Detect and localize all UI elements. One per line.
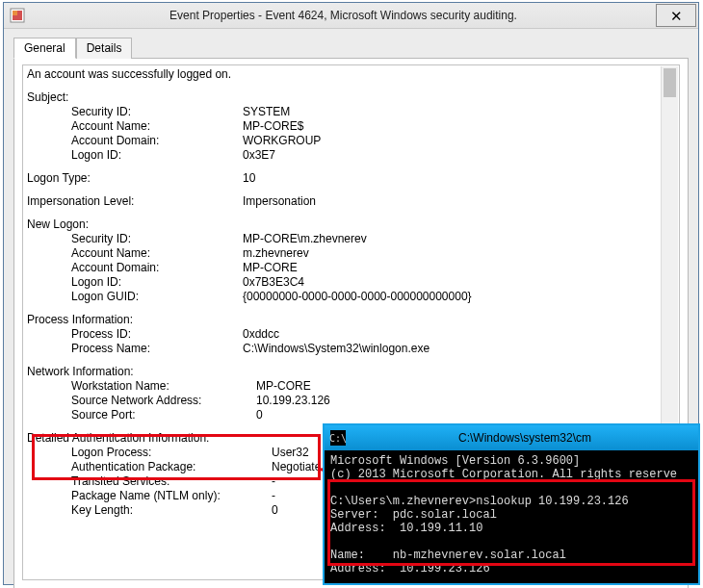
- window-title: Event Properties - Event 4624, Microsoft…: [31, 9, 656, 22]
- source-port-label: Source Port:: [27, 408, 256, 422]
- tabstrip: General Details: [13, 38, 689, 59]
- key-length-label: Key Length:: [27, 503, 272, 518]
- subject-header: Subject:: [27, 90, 660, 105]
- ntlm-package-label: Package Name (NTLM only):: [27, 489, 272, 503]
- source-port-value: 0: [256, 408, 660, 422]
- newlogon-logon-id: 0x7B3E3C4: [243, 275, 660, 290]
- close-button[interactable]: ✕: [656, 4, 696, 27]
- newlogon-logon-guid: {00000000-0000-0000-0000-000000000000}: [243, 290, 660, 304]
- newlogon-account-name-label: Account Name:: [27, 246, 243, 261]
- app-icon: [10, 8, 25, 23]
- source-address-label: Source Network Address:: [27, 394, 256, 408]
- workstation-name-label: Workstation Name:: [27, 379, 256, 394]
- close-icon: ✕: [670, 9, 683, 23]
- impersonation-level-value: Impersonation: [243, 194, 660, 209]
- subject-logon-id: 0x3E7: [243, 148, 660, 163]
- newlogon-account-name: m.zhevnerev: [243, 246, 660, 261]
- process-id-label: Process ID:: [27, 327, 243, 342]
- process-name-value: C:\Windows\System32\winlogon.exe: [243, 342, 660, 356]
- logon-message: An account was successfully logged on.: [27, 67, 660, 82]
- newlogon-header: New Logon:: [27, 217, 660, 232]
- subject-security-id-label: Security ID:: [27, 105, 243, 119]
- subject-account-name: MP-CORE$: [243, 119, 660, 134]
- annotation-box-cmd: [327, 479, 695, 566]
- subject-security-id: SYSTEM: [243, 105, 660, 119]
- logon-type-label: Logon Type:: [27, 171, 243, 186]
- process-name-label: Process Name:: [27, 342, 243, 356]
- newlogon-account-domain: MP-CORE: [243, 261, 660, 275]
- scrollbar-thumb[interactable]: [664, 68, 676, 97]
- newlogon-logon-id-label: Logon ID:: [27, 275, 243, 290]
- annotation-box-network: [32, 434, 321, 480]
- subject-account-domain-label: Account Domain:: [27, 134, 243, 148]
- newlogon-account-domain-label: Account Domain:: [27, 261, 243, 275]
- cmd-title-text: C:\Windows\system32\cm: [352, 431, 698, 445]
- process-id-value: 0xddcc: [243, 327, 660, 342]
- subject-account-name-label: Account Name:: [27, 119, 243, 134]
- cmd-version: Microsoft Windows [Version 6.3.9600]: [330, 454, 580, 468]
- titlebar[interactable]: Event Properties - Event 4624, Microsoft…: [4, 3, 698, 29]
- cmd-window: C:\ C:\Windows\system32\cm Microsoft Win…: [323, 423, 700, 585]
- subject-account-domain: WORKGROUP: [243, 134, 660, 148]
- workstation-name-value: MP-CORE: [256, 379, 660, 394]
- newlogon-security-id-label: Security ID:: [27, 232, 243, 246]
- impersonation-level-label: Impersonation Level:: [27, 194, 243, 209]
- source-address-value: 10.199.23.126: [256, 394, 660, 408]
- logon-type-value: 10: [243, 171, 660, 186]
- subject-logon-id-label: Logon ID:: [27, 148, 243, 163]
- tab-general[interactable]: General: [13, 38, 76, 59]
- newlogon-logon-guid-label: Logon GUID:: [27, 290, 243, 304]
- tab-details[interactable]: Details: [76, 38, 133, 59]
- network-header: Network Information:: [27, 365, 660, 379]
- newlogon-security-id: MP-CORE\m.zhevnerev: [243, 232, 660, 246]
- cmd-icon: C:\: [330, 430, 346, 446]
- cmd-titlebar[interactable]: C:\ C:\Windows\system32\cm: [325, 425, 698, 450]
- process-header: Process Information:: [27, 313, 660, 327]
- svg-rect-2: [13, 11, 17, 15]
